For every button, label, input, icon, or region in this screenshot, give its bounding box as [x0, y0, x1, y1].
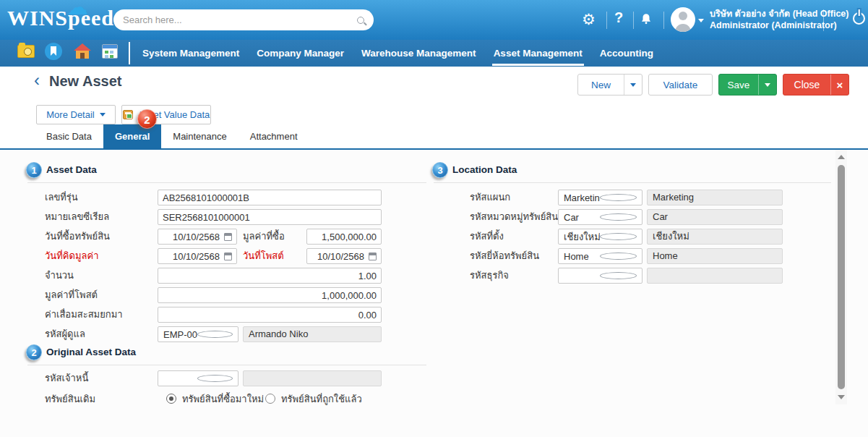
- lookup-icon[interactable]: [600, 194, 637, 201]
- save-dropdown-button[interactable]: [758, 75, 776, 95]
- company-name: บริษัท ตัวอย่าง จำกัด (Head Office): [710, 8, 848, 20]
- lookup-icon[interactable]: [197, 331, 233, 338]
- search-icon[interactable]: [357, 17, 364, 24]
- radio-label-used-asset[interactable]: ทรัพย์สินที่ถูกใช้แล้ว: [281, 391, 362, 407]
- label-quantity: จำนวน: [45, 268, 74, 284]
- asset-value-data-button[interactable]: Asset Value Data: [121, 105, 211, 124]
- location-code-input[interactable]: เชียงใหม่: [558, 229, 643, 245]
- purchase-value-input[interactable]: [306, 229, 382, 245]
- label-caretaker-code: รหัสผู้ดูแล: [45, 326, 85, 342]
- date-picker-icon[interactable]: [369, 253, 377, 260]
- accumulated-depreciation-input[interactable]: [158, 307, 382, 323]
- menu-item-warehouse-management[interactable]: Warehouse Management: [360, 40, 478, 67]
- user-info[interactable]: บริษัท ตัวอย่าง จำกัด (Head Office) Admi…: [710, 8, 848, 31]
- quantity-input[interactable]: [158, 268, 382, 284]
- winspeed-app: WINSpeed ☁ ⚙ ? บริษัท ตัวอย่าง จำกัด (He…: [0, 0, 868, 437]
- user-avatar[interactable]: [671, 7, 695, 32]
- section-title: Location Data: [452, 164, 517, 175]
- calendar-icon[interactable]: [102, 44, 118, 59]
- lookup-icon[interactable]: [600, 272, 637, 279]
- divider: [663, 12, 664, 29]
- menu-item-accounting[interactable]: Accounting: [598, 40, 655, 67]
- label-lot-no: เลขที่รุ่น: [45, 190, 78, 205]
- department-code-input[interactable]: Marketing: [558, 190, 643, 205]
- caret-down-icon: [630, 83, 636, 87]
- asset-brand-code-input[interactable]: Home: [558, 248, 643, 264]
- menu-divider: [129, 42, 130, 64]
- label-purchase-value: มูลค่าที่ซื้อ: [243, 229, 285, 245]
- divider: [823, 9, 824, 31]
- new-dropdown-button[interactable]: [624, 75, 642, 95]
- more-detail-button[interactable]: More Detail: [36, 105, 116, 124]
- post-date-input[interactable]: 10/10/2568: [306, 248, 382, 264]
- business-name-display: [647, 268, 783, 284]
- valuation-date-input[interactable]: 10/10/2568: [158, 248, 237, 264]
- global-search[interactable]: [113, 9, 374, 30]
- scroll-up-icon[interactable]: [838, 155, 845, 159]
- menu-item-company-manager[interactable]: Company Manager: [255, 40, 345, 67]
- tab-general[interactable]: General: [103, 124, 161, 148]
- section-title: Original Asset Data: [46, 347, 136, 357]
- tab-maintenance[interactable]: Maintenance: [161, 124, 238, 148]
- tab-attachment[interactable]: Attachment: [239, 124, 309, 148]
- divider: [633, 12, 634, 29]
- scrollbar-thumb[interactable]: [838, 165, 845, 389]
- back-chevron-icon[interactable]: ‹: [34, 72, 40, 89]
- tab-basic-data[interactable]: Basic Data: [35, 124, 103, 148]
- recent-history-icon[interactable]: [17, 45, 35, 58]
- label-posted-value: มูลค่าที่โพสต์: [45, 287, 98, 303]
- winspeed-logo: WINSpeed: [7, 6, 114, 30]
- gear-icon[interactable]: ⚙: [582, 11, 596, 28]
- purchase-date-input[interactable]: 10/10/2568: [158, 229, 237, 245]
- section-badge-3: 3: [432, 162, 448, 178]
- label-business-code: รหัสธุรกิจ: [470, 268, 509, 284]
- close-button[interactable]: Close ×: [783, 74, 849, 96]
- creditor-name-display: [243, 370, 382, 386]
- serial-no-input[interactable]: [158, 209, 382, 225]
- section-asset-data: 1 Asset Data: [27, 164, 426, 183]
- close-x-button[interactable]: ×: [830, 75, 848, 95]
- label-post-date: วันที่โพสต์: [243, 248, 284, 264]
- label-department-code: รหัสแผนก: [470, 190, 510, 205]
- label-accumulated-depreciation: ค่าเสื่อมสะสมยกมา: [45, 307, 123, 323]
- vertical-scrollbar[interactable]: [835, 150, 847, 404]
- help-icon[interactable]: ?: [614, 9, 623, 26]
- creditor-code-input[interactable]: [158, 370, 239, 386]
- user-role: Administrator (Administrator): [710, 20, 848, 31]
- save-button[interactable]: Save: [718, 74, 777, 96]
- lookup-icon[interactable]: [600, 233, 637, 240]
- page-title: New Asset: [49, 73, 121, 90]
- lot-no-input[interactable]: [158, 190, 382, 205]
- asset-category-code-input[interactable]: Car: [558, 209, 643, 225]
- radio-label-new-asset[interactable]: ทรัพย์สินที่ซื้อมาใหม่: [182, 391, 264, 407]
- power-icon[interactable]: [853, 12, 865, 25]
- caretaker-code-input[interactable]: EMP-001: [158, 326, 239, 342]
- validate-button[interactable]: Validate: [648, 74, 713, 96]
- lookup-icon[interactable]: [600, 213, 637, 221]
- label-asset-category-code: รหัสหมวดหมู่ทรัพย์สิน: [470, 209, 558, 225]
- search-input[interactable]: [123, 14, 357, 25]
- lookup-icon[interactable]: [600, 253, 637, 260]
- asset-brand-name-display: Home: [647, 248, 783, 264]
- bookmark-icon[interactable]: [45, 43, 62, 60]
- department-name-display: Marketing: [647, 190, 783, 205]
- scroll-down-icon[interactable]: [838, 395, 845, 399]
- cloud-icon: ☁: [66, 0, 88, 20]
- menu-item-asset-management[interactable]: Asset Management: [492, 40, 584, 67]
- radio-new-asset[interactable]: [166, 394, 176, 404]
- new-button[interactable]: New: [577, 74, 643, 96]
- label-serial-no: หมายเลขซีเรียล: [45, 209, 109, 225]
- menu-item-system-management[interactable]: System Management: [141, 40, 241, 67]
- section-original-asset-data: 2 Original Asset Data: [27, 346, 426, 365]
- radio-used-asset[interactable]: [265, 394, 275, 404]
- chevron-down-icon[interactable]: [698, 19, 704, 22]
- bell-icon[interactable]: [640, 12, 653, 28]
- home-icon[interactable]: [74, 43, 91, 59]
- date-picker-icon[interactable]: [224, 253, 232, 260]
- date-picker-icon[interactable]: [224, 233, 232, 241]
- business-code-input[interactable]: [558, 268, 643, 284]
- posted-value-input[interactable]: [158, 287, 382, 303]
- section-badge-2: 2: [26, 344, 42, 360]
- lookup-icon[interactable]: [197, 375, 233, 382]
- asset-category-name-display: Car: [647, 209, 783, 225]
